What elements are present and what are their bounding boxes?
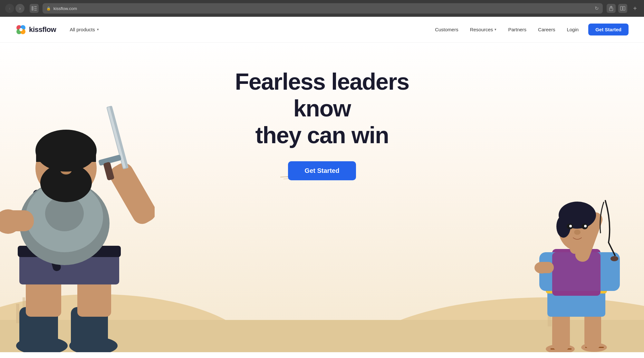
forward-button[interactable]: ›: [15, 4, 24, 13]
chevron-down-icon: ▾: [495, 27, 496, 32]
svg-point-85: [584, 225, 587, 227]
svg-rect-72: [552, 252, 601, 294]
nav-item-careers[interactable]: Careers: [533, 24, 560, 35]
all-products-dropdown[interactable]: All products ▾: [66, 25, 102, 34]
hero-title: Fearless leaders know they can win: [209, 68, 435, 148]
back-button[interactable]: ‹: [5, 4, 14, 13]
svg-rect-36: [106, 160, 155, 228]
goliath-character: [0, 88, 155, 352]
url-text: kissflow.com: [53, 6, 77, 11]
svg-point-76: [610, 256, 618, 261]
chevron-down-icon: ▾: [97, 27, 99, 32]
logo-area[interactable]: kissflow: [15, 24, 56, 35]
reader-button[interactable]: [618, 4, 627, 13]
login-button[interactable]: Login: [562, 24, 583, 35]
david-character: [534, 184, 625, 352]
svg-rect-6: [623, 6, 625, 10]
nav-item-partners[interactable]: Partners: [504, 24, 531, 35]
lock-icon: 🔒: [46, 6, 51, 11]
svg-rect-2: [34, 8, 37, 9]
svg-rect-51: [36, 149, 96, 162]
logo-text: kissflow: [29, 25, 56, 34]
svg-rect-5: [620, 6, 622, 10]
svg-rect-1: [34, 6, 37, 7]
kissflow-logo-icon: [15, 24, 26, 35]
nav-item-customers[interactable]: Customers: [430, 24, 463, 35]
hero-section: Fearless leaders know they can win Get S…: [0, 43, 644, 352]
reload-button[interactable]: ↻: [595, 5, 599, 11]
svg-point-11: [19, 28, 23, 31]
header-get-started-button[interactable]: Get Started: [588, 24, 629, 35]
hero-content: Fearless leaders know they can win Get S…: [209, 68, 435, 180]
new-tab-button[interactable]: +: [631, 5, 639, 12]
svg-point-75: [534, 262, 549, 273]
svg-point-81: [574, 230, 581, 235]
sidebar-toggle-button[interactable]: [30, 4, 39, 13]
site-header: kissflow All products ▾ Customers Resour…: [0, 17, 644, 43]
nav-item-resources[interactable]: Resources ▾: [466, 24, 501, 35]
svg-rect-3: [34, 10, 37, 11]
address-bar[interactable]: 🔒 kissflow.com ↻: [43, 3, 603, 14]
all-products-label: All products: [70, 27, 95, 32]
svg-rect-0: [32, 6, 34, 11]
share-button[interactable]: [607, 4, 616, 13]
browser-chrome: ‹ › 🔒 kissflow.com ↻ +: [0, 0, 644, 17]
hero-get-started-button[interactable]: Get Started: [288, 161, 356, 180]
main-nav: Customers Resources ▾ Partners Careers L…: [430, 24, 629, 35]
svg-point-84: [569, 225, 572, 227]
